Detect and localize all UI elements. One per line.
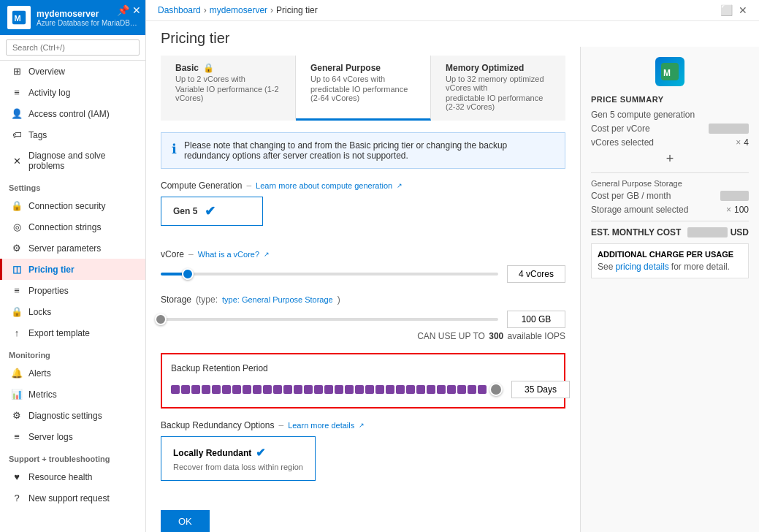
external-link-icon: ↗: [397, 182, 403, 189]
compute-label: Compute Generation – Learn more about co…: [161, 180, 565, 191]
overview-icon: ⊞: [11, 66, 23, 77]
dot-13: [294, 385, 302, 394]
compute-learn-more-link[interactable]: Learn more about compute generation: [256, 181, 392, 190]
gen-value: Gen 5: [173, 206, 197, 216]
tier-desc-memory-1: Up to 32 memory optimized vCores with: [446, 75, 551, 92]
properties-icon: ≡: [11, 285, 23, 296]
price-summary-title: PRICE SUMMARY: [591, 95, 749, 104]
backup-slider-row: 35 Days: [171, 381, 555, 398]
dot-27: [437, 385, 446, 394]
storage-type-link[interactable]: type: General Purpose Storage: [222, 295, 333, 304]
sidebar-item-label: Server parameters: [28, 243, 101, 254]
pricing-details-link[interactable]: pricing details: [615, 262, 668, 272]
storage-close-paren: ): [337, 294, 340, 305]
iops-value: 300: [489, 331, 503, 341]
close-sidebar-icon[interactable]: ✕: [132, 4, 141, 16]
est-monthly-cost-row: EST. MONTHLY COST ██████ USD: [591, 227, 749, 238]
vcore-link[interactable]: What is a vCore?: [198, 250, 259, 259]
vcore-slider-container[interactable]: [161, 267, 498, 281]
resource-health-icon: ♥: [11, 471, 23, 482]
sidebar-item-server-logs[interactable]: ≡ Server logs: [0, 426, 145, 447]
sidebar-item-alerts[interactable]: 🔔 Alerts: [0, 362, 145, 384]
breadcrumb-dashboard[interactable]: Dashboard: [158, 5, 201, 15]
minimize-icon[interactable]: ⬜: [720, 4, 733, 16]
tier-tab-general[interactable]: General Purpose Up to 64 vCores with pre…: [296, 56, 431, 121]
access-control-icon: 👤: [11, 108, 23, 119]
price-storage-title: General Purpose Storage: [591, 179, 749, 188]
sidebar-item-locks[interactable]: 🔒 Locks: [0, 301, 145, 322]
price-cost-per-gb-value: ████: [720, 191, 749, 201]
storage-slider-thumb[interactable]: [155, 314, 167, 325]
sidebar-item-export-template[interactable]: ↑ Export template: [0, 322, 145, 343]
iops-note: CAN USE UP TO 300 available IOPS: [161, 331, 565, 341]
sidebar-item-overview[interactable]: ⊞ Overview: [0, 61, 145, 82]
info-icon: ℹ: [172, 141, 177, 157]
gen-select-box[interactable]: Gen 5 ✔: [161, 197, 263, 226]
dot-14: [304, 385, 313, 394]
pricing-tier-icon: ◫: [11, 264, 23, 275]
storage-slider-row: 100 GB: [161, 311, 565, 328]
sidebar-item-metrics[interactable]: 📊 Metrics: [0, 384, 145, 405]
backup-slider-thumb[interactable]: [489, 383, 503, 396]
server-parameters-icon: ⚙: [11, 243, 23, 254]
sidebar-item-label: New support request: [28, 493, 110, 503]
sidebar-item-label: Pricing tier: [28, 265, 75, 275]
sidebar-item-label: Activity log: [28, 88, 70, 98]
sidebar-item-pricing-tier[interactable]: ◫ Pricing tier: [0, 259, 145, 280]
redundancy-dash: –: [278, 420, 283, 430]
lock-icon: 🔒: [203, 63, 214, 73]
tier-tabs: Basic 🔒 Up to 2 vCores with Variable IO …: [161, 56, 565, 121]
dot-16: [324, 385, 333, 394]
sidebar-item-server-parameters[interactable]: ⚙ Server parameters: [0, 238, 145, 259]
sidebar-item-activity-log[interactable]: ≡ Activity log: [0, 82, 145, 103]
sidebar-item-access-control[interactable]: 👤 Access control (IAM): [0, 103, 145, 124]
redundancy-learn-more-link[interactable]: Learn more details: [288, 421, 354, 430]
vcore-slider-thumb[interactable]: [182, 268, 194, 280]
storage-slider-container[interactable]: [161, 312, 498, 327]
backup-slider-container[interactable]: [171, 382, 503, 397]
dot-29: [457, 385, 466, 394]
sidebar-item-label: Metrics: [28, 390, 57, 400]
backup-section: Backup Retention Period: [161, 353, 565, 408]
sidebar-nav: ⊞ Overview ≡ Activity log 👤 Access contr…: [0, 61, 145, 532]
redundancy-card-local[interactable]: Locally Redundant ✔ Recover from data lo…: [161, 436, 316, 481]
redundancy-card-desc: Recover from data loss within region: [173, 463, 303, 471]
locks-icon: 🔒: [11, 306, 23, 317]
dot-12: [283, 385, 292, 394]
sidebar-item-connection-strings[interactable]: ◎ Connection strings: [0, 216, 145, 238]
sidebar-item-tags[interactable]: 🏷 Tags: [0, 124, 145, 145]
sidebar-item-new-support[interactable]: ? New support request: [0, 487, 145, 509]
search-input[interactable]: [6, 39, 140, 56]
pin-icon[interactable]: 📌: [117, 4, 129, 16]
sidebar-item-diagnose[interactable]: ✕ Diagnose and solve problems: [0, 145, 145, 176]
vcores-multiply: ×: [736, 137, 741, 148]
breadcrumb-server[interactable]: mydemoserver: [210, 5, 267, 15]
price-compute-gen-label: Gen 5 compute generation: [591, 110, 695, 120]
ok-button[interactable]: OK: [161, 510, 210, 532]
price-cost-per-vcore-label: Cost per vCore: [591, 123, 650, 134]
dot-31: [478, 385, 487, 394]
dot-25: [416, 385, 425, 394]
diagnose-icon: ✕: [11, 156, 23, 167]
sidebar-header-actions: 📌 ✕: [117, 4, 141, 16]
tier-desc-basic-1: Up to 2 vCores with: [175, 75, 281, 83]
dot-17: [335, 385, 343, 394]
sidebar-item-label: Properties: [28, 286, 69, 296]
dot-28: [447, 385, 456, 394]
redundancy-options: Locally Redundant ✔ Recover from data lo…: [161, 436, 565, 481]
vcore-slider-row: 4 vCores: [161, 265, 565, 283]
tier-tab-memory[interactable]: Memory Optimized Up to 32 memory optimiz…: [431, 56, 565, 121]
storage-value-box: 100 GB: [507, 311, 565, 328]
sidebar-search: [0, 35, 145, 61]
tier-tab-basic[interactable]: Basic 🔒 Up to 2 vCores with Variable IO …: [161, 56, 296, 121]
sidebar-item-resource-health[interactable]: ♥ Resource health: [0, 466, 145, 487]
dot-9: [253, 385, 262, 394]
alerts-icon: 🔔: [11, 368, 23, 379]
tier-name-basic: Basic 🔒: [175, 63, 281, 73]
dot-3: [191, 385, 200, 394]
sidebar-item-diagnostic-settings[interactable]: ⚙ Diagnostic settings: [0, 405, 145, 426]
sidebar-item-connection-security[interactable]: 🔒 Connection security: [0, 195, 145, 216]
sidebar-item-properties[interactable]: ≡ Properties: [0, 280, 145, 301]
close-icon[interactable]: ✕: [739, 4, 747, 16]
price-cost-per-gb-row: Cost per GB / month ████: [591, 191, 749, 201]
